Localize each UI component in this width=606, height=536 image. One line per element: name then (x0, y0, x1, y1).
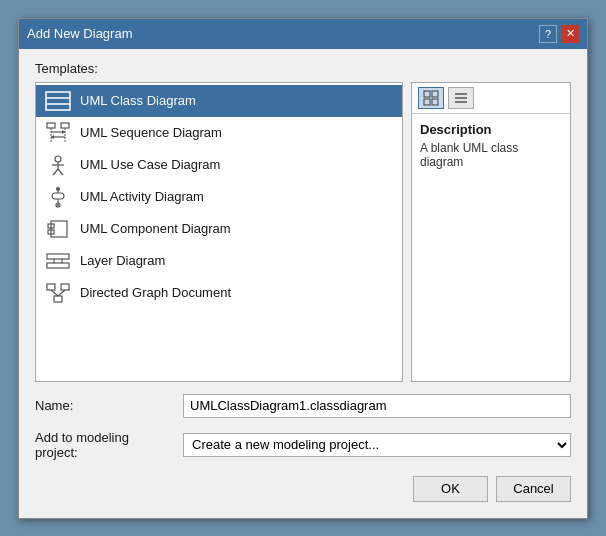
list-item[interactable]: UML Activity Diagram (36, 181, 402, 213)
project-label: Add to modeling project: (35, 430, 175, 460)
list-item-label: UML Component Diagram (80, 221, 231, 236)
svg-rect-3 (47, 123, 55, 128)
svg-line-33 (58, 290, 65, 296)
svg-rect-31 (54, 296, 62, 302)
list-item-label: UML Class Diagram (80, 93, 196, 108)
cancel-button[interactable]: Cancel (496, 476, 571, 502)
list-item-label: UML Activity Diagram (80, 189, 204, 204)
list-item-label: Directed Graph Document (80, 285, 231, 300)
list-item[interactable]: Layer Diagram (36, 245, 402, 277)
uml-component-icon (44, 218, 72, 240)
svg-point-11 (55, 156, 61, 162)
svg-rect-25 (47, 254, 69, 259)
list-item[interactable]: UML Sequence Diagram (36, 117, 402, 149)
preview-panel: Description A blank UML class diagram (411, 82, 571, 382)
help-button[interactable]: ? (539, 25, 557, 43)
uml-activity-icon (44, 186, 72, 208)
name-label: Name: (35, 398, 175, 413)
list-item-label: Layer Diagram (80, 253, 165, 268)
preview-toolbar (412, 83, 570, 114)
grid-view-button[interactable] (418, 87, 444, 109)
svg-rect-4 (61, 123, 69, 128)
svg-rect-29 (47, 284, 55, 290)
svg-rect-37 (432, 99, 438, 105)
list-item[interactable]: UML Component Diagram (36, 213, 402, 245)
title-bar-buttons: ? ✕ (539, 25, 579, 43)
templates-area: UML Class Diagram (35, 82, 571, 382)
svg-rect-36 (424, 99, 430, 105)
list-item-label: UML Sequence Diagram (80, 125, 222, 140)
svg-rect-35 (432, 91, 438, 97)
list-item[interactable]: UML Use Case Diagram (36, 149, 402, 181)
uml-sequence-icon (44, 122, 72, 144)
list-item-label: UML Use Case Diagram (80, 157, 220, 172)
svg-rect-0 (46, 92, 70, 110)
button-row: OK Cancel (35, 476, 571, 506)
close-button[interactable]: ✕ (561, 25, 579, 43)
svg-rect-34 (424, 91, 430, 97)
svg-point-19 (57, 204, 59, 206)
svg-rect-30 (61, 284, 69, 290)
uml-class-icon (44, 90, 72, 112)
svg-point-16 (56, 187, 60, 191)
svg-line-32 (51, 290, 58, 296)
ok-button[interactable]: OK (413, 476, 488, 502)
svg-line-15 (58, 169, 63, 175)
layer-icon (44, 250, 72, 272)
name-input[interactable] (183, 394, 571, 418)
svg-rect-17 (52, 193, 64, 199)
list-view-button[interactable] (448, 87, 474, 109)
svg-rect-26 (47, 263, 69, 268)
project-row: Add to modeling project: Create a new mo… (35, 430, 571, 460)
preview-content: Description A blank UML class diagram (412, 114, 570, 381)
templates-label: Templates: (35, 61, 571, 76)
list-item[interactable]: UML Class Diagram (36, 85, 402, 117)
project-select[interactable]: Create a new modeling project... (183, 433, 571, 457)
dialog-title: Add New Diagram (27, 26, 133, 41)
title-bar: Add New Diagram ? ✕ (19, 19, 587, 49)
uml-usecase-icon (44, 154, 72, 176)
name-row: Name: (35, 394, 571, 418)
template-list[interactable]: UML Class Diagram (35, 82, 403, 382)
svg-marker-8 (62, 130, 65, 134)
description-text: A blank UML class diagram (420, 141, 562, 169)
description-label: Description (420, 122, 562, 137)
directed-graph-icon (44, 282, 72, 304)
svg-rect-22 (51, 221, 67, 237)
add-new-diagram-dialog: Add New Diagram ? ✕ Templates: (18, 18, 588, 519)
list-item[interactable]: Directed Graph Document (36, 277, 402, 309)
svg-line-14 (53, 169, 58, 175)
dialog-body: Templates: UML Class Diagram (19, 49, 587, 518)
